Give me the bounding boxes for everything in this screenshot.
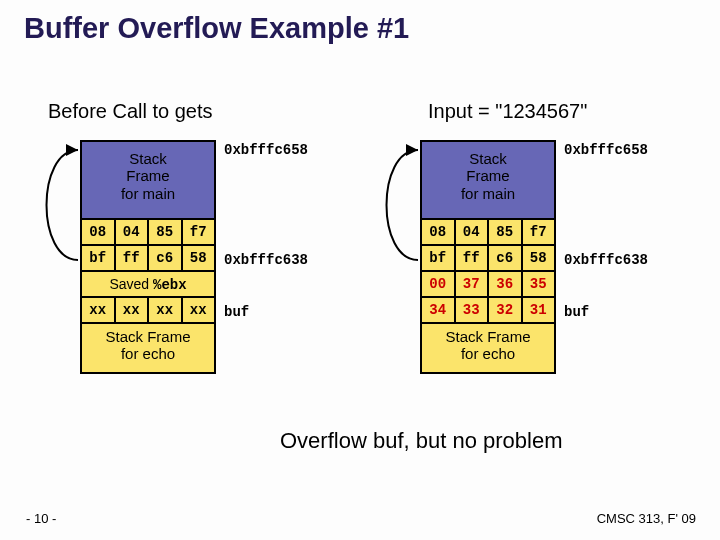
addr-mid: 0xbfffc638 [564,252,648,268]
addr-top: 0xbfffc658 [564,142,648,158]
byte-cell: 08 [422,220,456,244]
frame-echo: Stack Frame for echo [422,324,554,372]
bytes-row-2: bf ff c6 58 [82,246,214,272]
bytes-row-1: 08 04 85 f7 [422,220,554,246]
frame-main: Stack Frame for main [422,142,554,220]
saved-reg: %ebx [153,277,187,293]
byte-cell: 00 [422,272,456,296]
bytes-row-4: xx xx xx xx [82,298,214,324]
frame-echo-l2: for echo [121,345,175,362]
slide-title: Buffer Overflow Example #1 [24,12,409,45]
byte-cell: xx [116,298,150,322]
frame-echo-l2: for echo [461,345,515,362]
bytes-row-3: 00 37 36 35 [422,272,554,298]
byte-cell: 58 [523,246,555,270]
byte-cell: 58 [183,246,215,270]
pointer-arrow-icon [368,140,428,330]
byte-cell: 36 [489,272,523,296]
bytes-row-1: 08 04 85 f7 [82,220,214,246]
subtitle-input: Input = "1234567" [428,100,587,123]
saved-ebx-row: Saved %ebx [82,272,214,298]
frame-main-l1: Stack [469,150,507,167]
page-number: - 10 - [26,511,56,526]
byte-cell: 34 [422,298,456,322]
byte-cell: bf [82,246,116,270]
stack-box: Stack Frame for main 08 04 85 f7 bf ff c… [420,140,556,374]
byte-cell: 04 [456,220,490,244]
byte-cell: 32 [489,298,523,322]
byte-cell: f7 [183,220,215,244]
stack-diagram-before: Stack Frame for main 08 04 85 f7 bf ff c… [80,140,216,374]
byte-cell: xx [82,298,116,322]
byte-cell: xx [183,298,215,322]
course-label: CMSC 313, F' 09 [597,511,696,526]
frame-echo-l1: Stack Frame [445,328,530,345]
byte-cell: c6 [149,246,183,270]
addr-top: 0xbfffc658 [224,142,308,158]
frame-main-l2: Frame [126,167,169,184]
byte-cell: ff [116,246,150,270]
byte-cell: 85 [149,220,183,244]
bytes-row-4: 34 33 32 31 [422,298,554,324]
byte-cell: bf [422,246,456,270]
byte-cell: ff [456,246,490,270]
byte-cell: 31 [523,298,555,322]
frame-main-l1: Stack [129,150,167,167]
byte-cell: 04 [116,220,150,244]
subtitle-before: Before Call to gets [48,100,213,123]
frame-main: Stack Frame for main [82,142,214,220]
byte-cell: 37 [456,272,490,296]
frame-main-l3: for main [121,185,175,202]
byte-cell: 33 [456,298,490,322]
bytes-row-2: bf ff c6 58 [422,246,554,272]
byte-cell: f7 [523,220,555,244]
stack-diagram-after: Stack Frame for main 08 04 85 f7 bf ff c… [420,140,556,374]
byte-cell: 85 [489,220,523,244]
frame-echo-l1: Stack Frame [105,328,190,345]
addr-mid: 0xbfffc638 [224,252,308,268]
byte-cell: c6 [489,246,523,270]
stack-box: Stack Frame for main 08 04 85 f7 bf ff c… [80,140,216,374]
byte-cell: 08 [82,220,116,244]
buf-label: buf [224,304,249,320]
frame-echo: Stack Frame for echo [82,324,214,372]
byte-cell: xx [149,298,183,322]
byte-cell: 35 [523,272,555,296]
pointer-arrow-icon [28,140,88,330]
conclusion-text: Overflow buf, but no problem [280,428,562,454]
frame-main-l3: for main [461,185,515,202]
buf-label: buf [564,304,589,320]
saved-prefix: Saved [109,276,153,292]
frame-main-l2: Frame [466,167,509,184]
